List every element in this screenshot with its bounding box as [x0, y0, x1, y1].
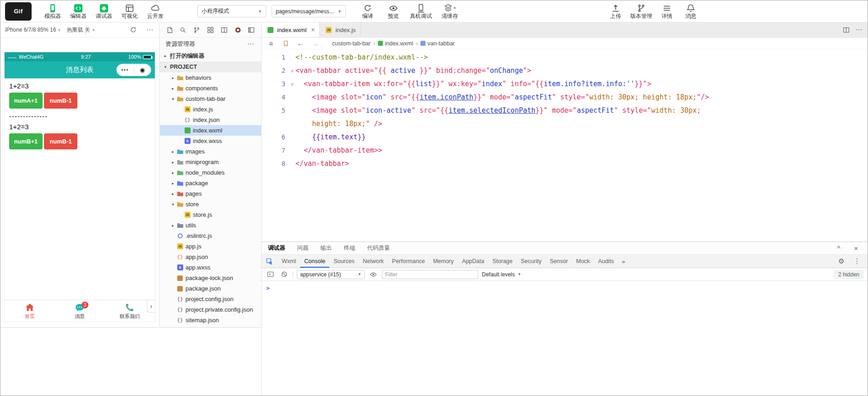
devtools-tab-console[interactable]: Console [300, 255, 329, 268]
close-icon[interactable]: × [851, 243, 861, 253]
visual-toggle-button[interactable]: 可视化 [118, 4, 142, 19]
execution-context-select[interactable]: appservice (#15) ▼ [297, 270, 365, 279]
devtools-tab-audits[interactable]: Audits [594, 255, 618, 268]
devtools-tab-wxml[interactable]: Wxml [278, 255, 300, 268]
cloud-dev-button[interactable]: 云开发 [143, 4, 167, 19]
expand-handle[interactable]: › [147, 300, 155, 313]
tree-item-index.wxml[interactable]: index.wxml [160, 125, 261, 136]
simulator-toggle-button[interactable]: 模拟器 [41, 4, 65, 19]
tab-messages[interactable]: 3 消息 [55, 300, 104, 322]
tree-item-index.wxss[interactable]: Sindex.wxss [160, 136, 261, 146]
sidebar-toggle-icon[interactable] [246, 25, 257, 35]
numB-plus-button[interactable]: numB+1 [9, 133, 43, 149]
preview-button[interactable]: 预览 [382, 4, 405, 19]
tree-item-package-lock.json[interactable]: package-lock.json [160, 273, 261, 283]
more-icon[interactable]: ⋯ [145, 25, 155, 35]
devtools-tab-memory[interactable]: Memory [429, 255, 458, 268]
close-target-icon[interactable]: ◉ [134, 66, 151, 73]
devtools-tab-performance[interactable]: Performance [388, 255, 429, 268]
tree-item-app.json[interactable]: {}app.json [160, 252, 261, 262]
tree-item-store.js[interactable]: JSstore.js [160, 209, 261, 220]
devtools-tab-storage[interactable]: Storage [488, 255, 517, 268]
debugger-tab-代码质量[interactable]: 代码质量 [367, 244, 390, 252]
devtools-tab-sources[interactable]: Sources [329, 255, 359, 268]
real-device-debug-button[interactable]: 真机调试 [407, 4, 435, 19]
tree-item-.eslintrc.js[interactable]: .eslintrc.js [160, 231, 261, 241]
tree-item-store[interactable]: ▾store [160, 199, 261, 209]
mode-select[interactable]: 小程序模式 ▼ [197, 5, 266, 17]
git-branch-icon[interactable] [192, 25, 202, 35]
eye-icon[interactable] [368, 270, 378, 280]
tree-item-sitemap.json[interactable]: {}sitemap.json [160, 315, 261, 325]
debugger-tab-终端[interactable]: 终端 [344, 244, 355, 252]
fold-icon[interactable]: ∨ [291, 64, 294, 77]
console-sidebar-icon[interactable] [265, 270, 275, 280]
tree-item-index.js[interactable]: JSindex.js [160, 104, 261, 115]
back-arrow-icon[interactable]: ← [295, 38, 306, 49]
fold-icon[interactable]: ∨ [291, 77, 294, 91]
devtools-tab-security[interactable]: Security [517, 255, 546, 268]
devtools-tab-network[interactable]: Network [359, 255, 388, 268]
kebab-menu-icon[interactable]: ⋮ [852, 256, 862, 266]
tree-item-pages[interactable]: ▸pages [160, 188, 261, 199]
tree-item-app.wxss[interactable]: Sapp.wxss [160, 262, 261, 273]
more-dots-icon[interactable]: ••• [117, 67, 134, 72]
tree-item-images[interactable]: ▸images [160, 146, 261, 157]
tree-item-project.config.json[interactable]: {}project.config.json [160, 294, 261, 304]
breadcrumb-file[interactable]: index.wxml [378, 40, 413, 47]
console-output[interactable]: > [262, 281, 868, 396]
debugger-tab-输出[interactable]: 输出 [321, 244, 332, 252]
project-section[interactable]: ▾ PROJECT [160, 61, 261, 72]
tree-item-custom-tab-bar[interactable]: ▾custom-tab-bar [160, 94, 261, 104]
clear-cache-button[interactable]: ▾ 清缓存 [437, 4, 463, 19]
breadcrumb-symbol[interactable]: van-tabbar [420, 40, 455, 47]
devtools-tab-sensor[interactable]: Sensor [546, 255, 572, 268]
tree-item-behaviors[interactable]: ▸behaviors [160, 72, 261, 83]
collapse-panel-icon[interactable]: ^ [834, 243, 844, 253]
version-management-button[interactable]: 版本管理 [628, 4, 655, 19]
tree-item-package.json[interactable]: package.json [160, 283, 261, 294]
upload-button[interactable]: 上传 [604, 4, 628, 19]
theme-donut-icon[interactable] [233, 25, 243, 35]
devtools-tab-mock[interactable]: Mock [572, 255, 594, 268]
log-levels-select[interactable]: Default levels ▼ [482, 271, 521, 278]
code-editor[interactable]: 1<!--custom-tab-bar/index.wxml-->2∨<van-… [262, 50, 868, 242]
devtools-tab-appdata[interactable]: AppData [458, 255, 489, 268]
clear-console-icon[interactable] [279, 270, 289, 280]
tree-item-app.js[interactable]: JSapp.js [160, 241, 261, 252]
capsule-menu[interactable]: ••• ◉ [116, 64, 151, 76]
refresh-icon[interactable] [128, 25, 138, 35]
tab-index-wxml[interactable]: index.wxml × [262, 22, 320, 37]
forward-arrow-icon[interactable]: → [310, 38, 320, 49]
page-path-select[interactable]: pages/message/mess... ▼ [272, 5, 346, 17]
split-panel-icon[interactable] [219, 25, 229, 35]
numA-plus-button[interactable]: numA+1 [9, 93, 43, 109]
tree-item-package[interactable]: ▸package [160, 178, 261, 188]
compile-button[interactable]: 编译 [356, 4, 380, 19]
search-icon[interactable] [178, 25, 188, 35]
extensions-grid-icon[interactable] [205, 25, 215, 35]
editor-toggle-button[interactable]: 编辑器 [66, 4, 90, 19]
new-file-icon[interactable] [164, 25, 175, 35]
breadcrumb-folder[interactable]: custom-tab-bar [332, 40, 371, 47]
hot-reload-toggle[interactable]: 热重载 关 ▾ [66, 26, 94, 34]
tree-item-components[interactable]: ▸components [160, 83, 261, 94]
close-icon[interactable]: × [311, 26, 315, 33]
device-selector[interactable]: iPhone 6/7/8 85% 16 ▾ [5, 27, 60, 33]
tree-item-index.json[interactable]: {}index.json [160, 115, 261, 125]
more-icon[interactable]: ⋯ [854, 25, 864, 35]
tree-item-miniprogram[interactable]: ▸miniprogram [160, 157, 261, 167]
debugger-tab-问题[interactable]: 问题 [297, 244, 309, 252]
debugger-tab-调试器[interactable]: 调试器 [268, 244, 285, 252]
split-editor-icon[interactable] [841, 25, 851, 35]
tab-index-js[interactable]: JS index.js [320, 22, 360, 37]
console-filter-input[interactable] [382, 270, 478, 279]
tab-home[interactable]: 首页 [5, 300, 55, 322]
inspect-element-icon[interactable] [262, 255, 278, 268]
details-button[interactable]: 详情 [655, 4, 679, 19]
tree-item-utils[interactable]: ▸utils [160, 220, 261, 231]
gear-icon[interactable]: ⚙ [836, 256, 846, 266]
tree-item-node_modules[interactable]: ▸node_modules [160, 167, 261, 178]
messages-button[interactable]: 消息 [679, 4, 703, 19]
overflow-tabs-icon[interactable]: » [618, 255, 628, 268]
